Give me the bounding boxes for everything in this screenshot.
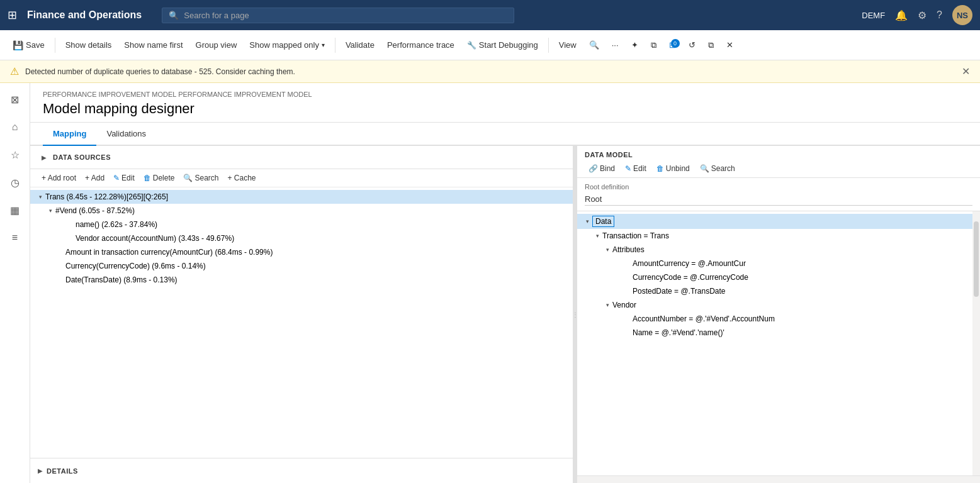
dm-search-icon: 🔍	[700, 164, 709, 173]
group-view-button[interactable]: Group view	[191, 38, 242, 52]
page-header: PERFORMANCE IMPROVEMENT MODEL PERFORMANC…	[30, 83, 980, 123]
save-icon: 💾	[13, 40, 23, 50]
delete-button[interactable]: 🗑 Delete	[140, 172, 179, 184]
tree-item-name[interactable]: ▾ name() (2.62s - 37.84%)	[30, 218, 573, 231]
save-button[interactable]: 💾 Save	[8, 38, 50, 53]
global-search[interactable]: 🔍 Search for a page	[162, 8, 514, 23]
data-model-header: DATA MODEL 🔗 Bind ✎ Edit 🗑 Unbind	[577, 146, 980, 178]
root-def-value: Root	[585, 193, 972, 206]
toggle-vend[interactable]: ▾	[45, 206, 55, 216]
dm-item-name-field[interactable]: ▾ Name = @.'#Vend'.'name()'	[577, 326, 972, 340]
search-toolbar-button[interactable]: 🔍	[584, 38, 604, 52]
tree-item-amount-trans[interactable]: ▾ Amount in transaction currency(AmountC…	[30, 245, 573, 259]
dm-item-transaction[interactable]: ▾ Transaction = Trans	[577, 229, 972, 243]
data-model-scrollbar[interactable]	[972, 211, 980, 475]
toggle-vendor[interactable]: ▾	[602, 300, 612, 310]
unbind-icon: 🗑	[656, 164, 664, 173]
show-name-first-button[interactable]: Show name first	[119, 38, 188, 52]
warning-message: Detected number of duplicate queries to …	[25, 67, 295, 76]
grid-icon[interactable]: ⊞	[8, 8, 17, 22]
dm-item-attributes[interactable]: ▾ Attributes	[577, 243, 972, 257]
add-button[interactable]: + Add	[81, 172, 108, 184]
tab-validations[interactable]: Validations	[96, 123, 156, 146]
dm-item-vendor[interactable]: ▾ Vendor	[577, 298, 972, 312]
tree-item-vendor-account[interactable]: ▾ Vendor account(AccountNum) (3.43s - 49…	[30, 231, 573, 245]
sidebar-star-icon[interactable]: ☆	[4, 143, 26, 166]
view-button[interactable]: View	[554, 38, 582, 52]
warning-close-button[interactable]: ✕	[962, 65, 970, 77]
environment-label: DEMF	[862, 11, 885, 20]
top-nav-bar: ⊞ Finance and Operations 🔍 Search for a …	[0, 0, 980, 30]
toggle-details-button[interactable]: ▶	[38, 467, 43, 474]
tab-mapping[interactable]: Mapping	[43, 123, 96, 146]
toggle-trans[interactable]: ▾	[35, 192, 45, 202]
sidebar-list-icon[interactable]: ≡	[4, 226, 26, 249]
tree-item-trans[interactable]: ▾ Trans (8.45s - 122.28%)[265][Q:265]	[30, 190, 573, 204]
search-icon: 🔍	[169, 11, 179, 20]
toggle-transaction[interactable]: ▾	[592, 231, 602, 241]
show-details-button[interactable]: Show details	[60, 38, 117, 52]
badge: 0	[671, 39, 680, 48]
dm-search-button[interactable]: 🔍 Search	[696, 162, 739, 175]
extension-button[interactable]: ⧉	[646, 38, 662, 53]
start-debugging-button[interactable]: 🔧 Start Debugging	[462, 38, 543, 52]
tree-item-currency[interactable]: ▾ Currency(CurrencyCode) (9.6ms - 0.14%)	[30, 259, 573, 273]
counter-button[interactable]: ⊞ 0	[664, 38, 681, 52]
toolbar-separator-2	[335, 38, 335, 53]
main-layout: ⊠ ⌂ ☆ ◷ ▦ ≡ PERFORMANCE IMPROVEMENT MODE…	[0, 83, 980, 483]
add-root-button[interactable]: + Add root	[38, 172, 80, 184]
open-new-icon: ⧉	[708, 40, 714, 50]
warning-bar: ⚠ Detected number of duplicate queries t…	[0, 60, 980, 83]
data-model-tree: ▾ Data ▾ Transaction = Trans ▾ Attribute…	[577, 211, 972, 475]
data-sources-header: ▶ DATA SOURCES	[30, 146, 573, 169]
notification-icon[interactable]: 🔔	[895, 9, 908, 21]
toolbar: 💾 Save Show details Show name first Grou…	[0, 30, 980, 60]
data-sources-tree: ▾ Trans (8.45s - 122.28%)[265][Q:265] ▾ …	[30, 187, 573, 458]
toggle-attributes[interactable]: ▾	[602, 245, 612, 255]
bind-button[interactable]: 🔗 Bind	[585, 162, 619, 175]
help-icon[interactable]: ?	[937, 9, 942, 21]
data-model-bottom-scrollbar[interactable]	[577, 475, 980, 483]
sidebar-clock-icon[interactable]: ◷	[4, 171, 26, 194]
search-toolbar-icon: 🔍	[589, 40, 599, 50]
dm-item-posted-date[interactable]: ▾ PostedDate = @.TransDate	[577, 284, 972, 298]
app-title: Finance and Operations	[27, 9, 142, 21]
dm-item-amount-currency[interactable]: ▾ AmountCurrency = @.AmountCur	[577, 257, 972, 270]
content-area: PERFORMANCE IMPROVEMENT MODEL PERFORMANC…	[30, 83, 980, 483]
details-label: DETAILS	[47, 467, 78, 475]
unbind-button[interactable]: 🗑 Unbind	[653, 162, 694, 175]
toolbar-separator-3	[548, 38, 549, 53]
extension-icon: ⧉	[651, 40, 656, 50]
edit-button[interactable]: ✎ Edit	[110, 172, 138, 184]
search-sources-button[interactable]: 🔍 Search	[179, 172, 222, 184]
more-options-button[interactable]: ···	[607, 38, 624, 52]
show-mapped-only-button[interactable]: Show mapped only ▾	[244, 38, 330, 52]
sidebar-filter-icon[interactable]: ⊠	[4, 88, 26, 111]
debug-icon: 🔧	[467, 41, 476, 50]
toggle-data[interactable]: ▾	[582, 216, 592, 226]
tree-item-date[interactable]: ▾ Date(TransDate) (8.9ms - 0.13%)	[30, 273, 573, 287]
tabs: Mapping Validations	[30, 123, 980, 146]
performance-trace-button[interactable]: Performance trace	[382, 38, 459, 52]
validate-button[interactable]: Validate	[341, 38, 380, 52]
bookmark-button[interactable]: ✦	[626, 38, 643, 52]
close-icon: ✕	[726, 40, 733, 50]
avatar[interactable]: NS	[952, 5, 972, 25]
settings-icon[interactable]: ⚙	[918, 9, 926, 21]
sidebar-home-icon[interactable]: ⌂	[4, 116, 26, 138]
refresh-button[interactable]: ↺	[684, 38, 701, 52]
root-def-label: Root definition	[585, 183, 972, 191]
scrollbar-thumb[interactable]	[974, 221, 979, 297]
collapse-sources-button[interactable]: ▶	[38, 151, 50, 164]
dm-edit-icon: ✎	[625, 164, 631, 173]
tree-item-vend[interactable]: ▾ #Vend (6.05s - 87.52%)	[30, 204, 573, 218]
dm-edit-button[interactable]: ✎ Edit	[621, 162, 650, 175]
dm-item-account-number[interactable]: ▾ AccountNumber = @.'#Vend'.AccountNum	[577, 312, 972, 326]
sidebar-grid-icon[interactable]: ▦	[4, 199, 26, 221]
cache-button[interactable]: + Cache	[223, 172, 259, 184]
close-button[interactable]: ✕	[721, 38, 738, 52]
open-new-button[interactable]: ⧉	[703, 38, 719, 53]
dm-item-currency-code[interactable]: ▾ CurrencyCode = @.CurrencyCode	[577, 270, 972, 284]
panels: ▶ DATA SOURCES + Add root + Add ✎ Edit	[30, 146, 980, 483]
dm-item-data[interactable]: ▾ Data	[577, 214, 972, 229]
